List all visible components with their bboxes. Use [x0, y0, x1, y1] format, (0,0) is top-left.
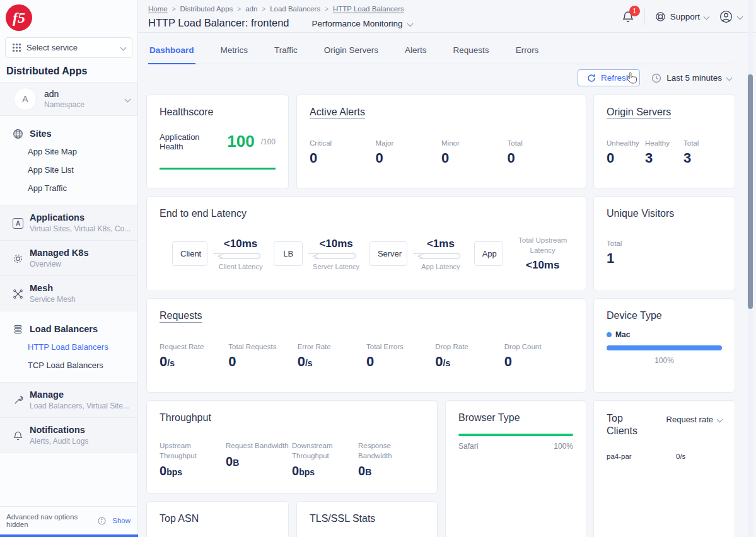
sidebar-item-tcp-load-balancers[interactable]: TCP Load Balancers: [0, 356, 137, 374]
card-title: Healthscore: [160, 107, 276, 118]
card-title-link[interactable]: Active Alerts: [310, 107, 573, 118]
sidebar-section-load-balancers: Load Balancers HTTP Load Balancers TCP L…: [0, 311, 137, 383]
double-arrow-icon: [306, 250, 366, 262]
f5-logo[interactable]: f5: [6, 4, 32, 31]
breadcrumb-load-balancers[interactable]: Load Balancers: [270, 5, 320, 13]
sidebar-heading: Distributed Apps: [6, 66, 137, 77]
breadcrumb-adn[interactable]: adn: [245, 5, 257, 13]
chevron-down-icon: [704, 13, 710, 20]
user-icon: [719, 9, 733, 24]
top-header: Home > Distributed Apps > adn > Load Bal…: [138, 0, 756, 33]
metric-label: Total: [683, 139, 722, 147]
origin-servers-card: Origin Servers Unhealthy 0 Healthy 3 Tot…: [593, 95, 735, 189]
breadcrumb-http-load-balancers[interactable]: HTTP Load Balancers: [333, 5, 404, 13]
application-health-max: /100: [261, 137, 276, 146]
card-title: End to end Latency: [160, 208, 573, 219]
card-title: Top Clients: [607, 412, 652, 437]
metric-label: Drop Rate: [435, 343, 504, 350]
chevron-down-icon: [737, 13, 743, 20]
metric-label: Request Rate: [160, 343, 228, 350]
tab-requests[interactable]: Requests: [452, 43, 491, 64]
sidebar-item-subtitle: Virtual Sites, Virtual K8s, Co...: [30, 224, 131, 233]
support-label: Support: [670, 12, 700, 21]
scrollbar-thumb[interactable]: [748, 74, 753, 309]
metric-healthy: Healthy 3: [645, 139, 683, 166]
page-scrollbar[interactable]: [748, 0, 753, 537]
double-arrow-icon: [410, 250, 471, 262]
device-type-percent: 100%: [607, 356, 722, 365]
refresh-icon: [587, 74, 596, 83]
tab-errors[interactable]: Errors: [515, 43, 540, 64]
mouse-cursor: [626, 72, 637, 84]
mesh-icon: [13, 284, 23, 304]
top-clients-card: Top Clients Request rate pa4-par 0/s: [593, 400, 735, 537]
sidebar-item-mesh[interactable]: Mesh Service Mesh: [0, 276, 137, 311]
browser-row: Safari 100%: [458, 442, 573, 451]
healthscore-card: Healthscore Application Health 100 /100: [146, 95, 289, 189]
chevron-down-icon: [120, 45, 127, 51]
sidebar-item-http-load-balancers[interactable]: HTTP Load Balancers: [0, 338, 137, 356]
tab-traffic[interactable]: Traffic: [273, 43, 299, 64]
tab-metrics[interactable]: Metrics: [219, 43, 250, 64]
client-value: 0/s: [676, 453, 685, 460]
show-advanced-nav-link[interactable]: Show: [112, 517, 131, 524]
breadcrumb-home[interactable]: Home: [148, 5, 168, 13]
sidebar-item-manage[interactable]: Manage Load Balancers, Virtual Site...: [0, 383, 137, 418]
metric-label: Total Requests: [228, 343, 297, 350]
account-menu[interactable]: [719, 9, 742, 24]
unique-visitors-card: Unique Visitors Total 1: [593, 196, 735, 291]
latency-node-lb: LB: [274, 241, 303, 266]
tab-alerts[interactable]: Alerts: [404, 43, 428, 64]
advanced-nav-footer: Advanced nav options hidden Show: [0, 506, 137, 534]
sidebar-item-subtitle: Alerts, Audit Logs: [30, 437, 88, 446]
sidebar-item-load-balancers[interactable]: Load Balancers: [0, 320, 137, 338]
sidebar-item-app-traffic[interactable]: App Traffic: [0, 179, 137, 197]
namespace-name: adn: [44, 89, 118, 99]
load-balancer-icon: [13, 324, 23, 335]
metric-value: 3: [645, 150, 683, 166]
latency-hop-server: <10ms Server Latency: [303, 238, 369, 270]
card-title-link[interactable]: Requests: [160, 310, 573, 321]
healthscore-bar: [160, 168, 276, 170]
sidebar-item-managed-k8s[interactable]: Managed K8s Overview: [0, 241, 137, 276]
tab-origin-servers[interactable]: Origin Servers: [323, 43, 380, 64]
top-clients-sort-dropdown[interactable]: Request rate: [666, 415, 722, 424]
metric-label: Total: [607, 240, 722, 247]
tab-dashboard[interactable]: Dashboard: [148, 43, 195, 64]
support-menu[interactable]: Support: [655, 11, 709, 22]
time-range-label: Last 5 minutes: [666, 73, 722, 83]
sidebar-item-label: Mesh: [30, 283, 76, 293]
metric-error-rate: Error Rate 0/s: [298, 343, 366, 370]
card-title-link[interactable]: Origin Servers: [607, 107, 722, 118]
sidebar-item-sites[interactable]: Sites: [0, 125, 137, 142]
notifications-bell-button[interactable]: 1: [622, 10, 634, 23]
tab-bar: Dashboard Metrics Traffic Origin Servers…: [148, 43, 735, 64]
sidebar-item-app-site-list[interactable]: App Site List: [0, 161, 137, 179]
sidebar: f5 Select service Distributed Apps A adn…: [0, 0, 138, 537]
requests-card: Requests Request Rate 0/s Total Requests…: [146, 298, 586, 393]
metric-upstream-throughput: Upstream Throughput 0bps: [160, 441, 226, 478]
monitoring-mode-dropdown[interactable]: Performance Monitoring: [312, 19, 412, 28]
info-icon[interactable]: [98, 517, 106, 525]
client-name: pa4-par: [607, 453, 676, 460]
applications-icon: A: [13, 214, 23, 233]
sidebar-item-label: Applications: [30, 212, 131, 222]
breadcrumb-distributed-apps[interactable]: Distributed Apps: [180, 5, 233, 13]
time-range-dropdown[interactable]: Last 5 minutes: [651, 73, 731, 83]
sidebar-item-applications[interactable]: A Applications Virtual Sites, Virtual K8…: [0, 205, 137, 241]
latency-label: Server Latency: [313, 263, 359, 270]
sidebar-item-label: Notifications: [30, 425, 88, 435]
select-service-dropdown[interactable]: Select service: [5, 37, 132, 58]
sidebar-item-app-site-map[interactable]: App Site Map: [0, 142, 137, 161]
metric-downstream-throughput: Downstream Throughput 0bps: [292, 441, 358, 478]
globe-icon: [13, 129, 23, 139]
top-client-row: pa4-par 0/s: [607, 453, 722, 460]
namespace-selector[interactable]: A adn Namespace: [0, 82, 137, 116]
metric-label: Major: [376, 139, 442, 147]
total-latency-value: <10ms: [512, 259, 573, 272]
legend-dot: [607, 332, 612, 337]
sidebar-item-label: Manage: [30, 390, 129, 400]
metric-response-bandwidth: Response Bandwidth 0B: [358, 441, 424, 478]
sidebar-item-notifications[interactable]: Notifications Alerts, Audit Logs: [0, 418, 137, 453]
page: f5 Select service Distributed Apps A adn…: [0, 0, 756, 537]
